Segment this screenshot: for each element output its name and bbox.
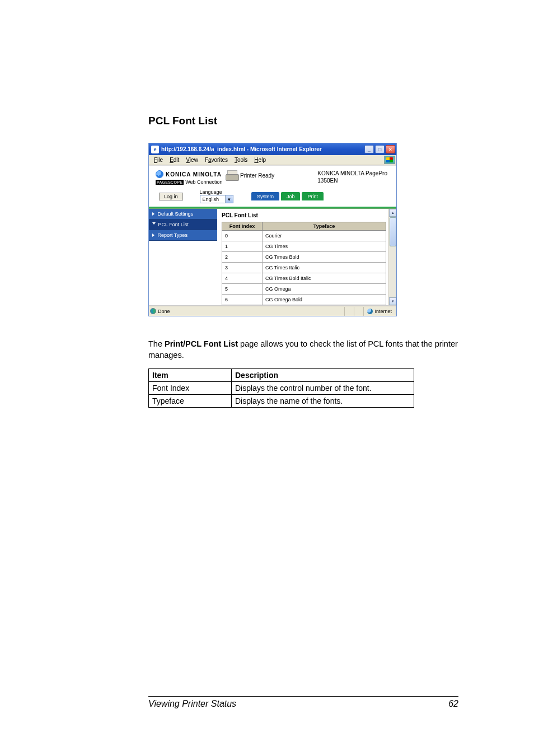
cell-index: 0 [222,231,263,241]
menu-tools[interactable]: Tools [232,156,250,164]
sidebar-item-default-settings[interactable]: Default Settings [149,209,217,220]
main-pane: PCL Font List Font Index Typeface 0Couri… [217,209,396,305]
cell-typeface: CG Times [263,241,386,252]
login-button[interactable]: Log in [159,193,183,200]
cell-index: 4 [222,273,263,284]
pcl-font-table: Font Index Typeface 0Courier 1CG Times 2… [222,222,386,305]
printer-icon [226,170,238,180]
tab-print[interactable]: Print [302,192,324,200]
desc-header-description: Description [232,369,414,382]
done-icon [150,308,156,314]
menu-help[interactable]: Help [251,156,269,164]
chevron-down-icon: ▾ [225,195,233,203]
pagescope-badge: PAGESCOPE [156,180,184,185]
scroll-thumb[interactable] [390,217,396,246]
menu-file[interactable]: File [151,156,166,164]
arrow-right-icon [152,212,154,216]
cell-typeface: Courier [263,231,386,241]
window-title: http://192.168.6.24/a_index.html - Micro… [161,146,322,152]
page-content: KONICA MINOLTA PAGESCOPE Web Connection … [149,165,396,316]
cell-typeface: CG Times Italic [263,263,386,273]
cell-index: 1 [222,241,263,252]
col-typeface: Typeface [263,222,386,231]
footer-section-title: Viewing Printer Status [148,699,236,709]
sidebar: Default Settings PCL Font List Report Ty… [149,209,217,305]
browser-menubar: File Edit View Favorites Tools Help [149,155,396,165]
web-connection-label: Web Connection [185,179,222,185]
content-scrollbar[interactable]: ▴ ▾ [388,209,396,305]
table-row: 0Courier [222,231,386,241]
printer-status: Printer Ready [240,172,274,179]
desc-cell: Font Index [149,382,232,395]
menu-edit[interactable]: Edit [167,156,182,164]
section-heading: PCL Font List [148,115,458,127]
globe-icon [156,170,163,178]
window-titlebar: e http://192.168.6.24/a_index.html - Mic… [149,143,396,155]
scroll-up-icon[interactable]: ▴ [389,209,396,217]
pane-title: PCL Font List [222,212,386,218]
cell-typeface: CG Times Bold Italic [263,273,386,284]
arrow-down-icon [152,222,156,226]
browser-window: e http://192.168.6.24/a_index.html - Mic… [148,143,397,316]
ie-throbber-icon [384,156,395,164]
desc-header-item: Item [149,369,232,382]
language-label: Language [200,189,222,195]
body-text-bold: Print/PCL Font List [165,339,238,348]
cell-typeface: CG Omega [263,284,386,295]
body-text-a: The [148,339,165,348]
sidebar-item-label: Default Settings [158,211,194,217]
cell-index: 6 [222,295,263,305]
cell-typeface: CG Times Bold [263,252,386,263]
description-table: Item Description Font Index Displays the… [148,368,414,408]
internet-zone-icon [367,309,373,314]
cell-index: 2 [222,252,263,263]
desc-cell: Typeface [149,395,232,408]
footer-page-number: 62 [448,699,458,709]
table-row: 1CG Times [222,241,386,252]
footer-rule [148,696,458,697]
model-line-1: KONICA MINOLTA PagePro [317,170,387,178]
sidebar-item-label: Report Types [158,232,188,238]
cell-typeface: CG Omega Bold [263,295,386,305]
browser-statusbar: Done Internet [149,306,396,316]
desc-cell: Displays the name of the fonts. [232,395,414,408]
ie-icon: e [151,146,159,153]
body-paragraph: The Print/PCL Font List page allows you … [148,339,458,361]
close-button[interactable]: × [386,145,395,153]
table-row: 4CG Times Bold Italic [222,273,386,284]
language-value: English [203,197,219,202]
col-font-index: Font Index [222,222,263,231]
table-row: 5CG Omega [222,284,386,295]
sidebar-item-report-types[interactable]: Report Types [149,230,217,241]
page-footer: Viewing Printer Status 62 [148,696,458,709]
brand-text: KONICA MINOLTA [166,171,222,178]
cell-index: 5 [222,284,263,295]
sidebar-item-label: PCL Font List [158,222,189,227]
cell-index: 3 [222,263,263,273]
menu-favorites[interactable]: Favorites [202,156,231,164]
tab-job[interactable]: Job [281,192,301,200]
model-line-2: 1350EN [317,178,387,185]
sidebar-item-pcl-font-list[interactable]: PCL Font List [149,220,217,230]
brand-logo: KONICA MINOLTA [156,170,226,178]
scroll-down-icon[interactable]: ▾ [389,297,396,305]
minimize-button[interactable]: _ [364,145,374,153]
table-row: 6CG Omega Bold [222,295,386,305]
table-row: 3CG Times Italic [222,263,386,273]
menu-view[interactable]: View [183,156,201,164]
maximize-button[interactable]: □ [375,145,385,153]
status-done: Done [158,309,170,314]
tab-system[interactable]: System [251,192,279,200]
language-select[interactable]: English ▾ [200,195,233,203]
arrow-right-icon [152,234,154,237]
desc-cell: Displays the control number of the font. [232,382,414,395]
table-row: 2CG Times Bold [222,252,386,263]
status-zone: Internet [374,309,392,314]
